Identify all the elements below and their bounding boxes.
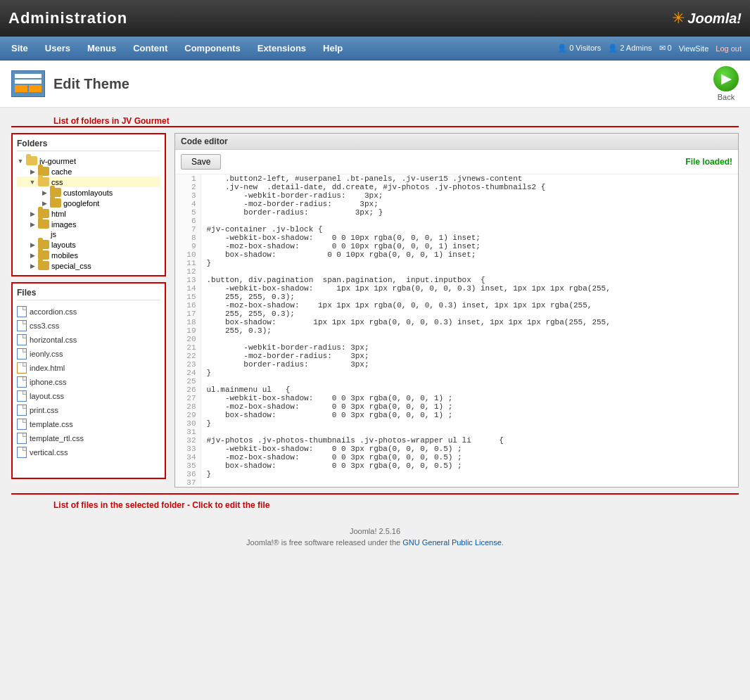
file-item[interactable]: index.html [17,361,160,375]
code-row: 8 -webkit-box-shadow: 0 0 10px rgba(0, 0… [175,234,738,242]
tree-label-images: images [51,220,76,229]
code-row: 12 [175,267,738,276]
files-panel: Files accordion.csscss3.csshorizontal.cs… [11,282,166,479]
logout-link[interactable]: Log out [716,44,742,53]
bottom-annotation-box: List of files in the selected folder - C… [11,493,739,510]
footer-license-link[interactable]: GNU General Public License [402,538,502,547]
toggle-googlefont[interactable]: ▶ [41,200,48,207]
css-file-icon [17,390,27,402]
nav-extensions[interactable]: Extensions [249,37,314,61]
file-label: vertical.css [30,448,68,457]
left-panel: Folders ▼ jv-gourmet ▶ cache ▼ [11,133,166,488]
line-number: 23 [175,360,201,369]
save-button[interactable]: Save [181,154,221,170]
file-item[interactable]: vertical.css [17,445,160,459]
file-item[interactable]: print.css [17,403,160,417]
back-button[interactable]: ▶ Back [713,66,739,101]
code-row: 20 [175,335,738,343]
toggle-customlayouts[interactable]: ▶ [41,189,48,196]
css-file-icon [17,405,27,416]
nav-menus[interactable]: Menus [79,37,125,61]
line-code: -webkit-box-shadow: 0 0 3px rgba(0, 0, 0… [201,394,738,402]
nav-components[interactable]: Components [176,37,248,61]
file-item[interactable]: horizontal.css [17,333,160,347]
file-item[interactable]: template_rtl.css [17,431,160,445]
editor-title: Code editor [175,134,738,150]
file-label: css3.css [30,322,59,330]
css-file-icon [17,376,27,388]
toggle-layouts[interactable]: ▶ [29,241,36,248]
tree-label-googlefont: googlefont [63,199,99,208]
line-code: box-shadow: 0 0 3px rgba(0, 0, 0, 0.5) ; [201,462,738,470]
file-label: template_rtl.css [30,434,84,443]
line-code: -moz-box-shadow: 1px 1px 1px rgba(0, 0, … [201,301,738,310]
file-item[interactable]: iphone.css [17,375,160,389]
line-number: 1 [175,174,201,183]
line-number: 18 [175,318,201,326]
page-icon-block1 [15,85,27,92]
tree-css[interactable]: ▼ css [17,177,160,187]
top-bar: Administration ✳ Joomla! [0,0,750,37]
footer: Joomla! 2.5.16 Joomla!® is free software… [0,518,750,555]
line-code [201,478,738,487]
line-number: 30 [175,419,201,428]
nav-site[interactable]: Site [3,37,37,61]
panels: Folders ▼ jv-gourmet ▶ cache ▼ [11,133,739,488]
tree-label-special-css: special_css [51,262,91,270]
toggle-images[interactable]: ▶ [29,221,36,228]
line-number: 5 [175,208,201,217]
nav-content[interactable]: Content [125,37,176,61]
page-icon [11,70,45,97]
file-item[interactable]: layout.css [17,389,160,403]
joomla-asterisk-icon: ✳ [672,9,685,27]
tree-label-cache: cache [51,167,72,176]
nav-help[interactable]: Help [314,37,351,61]
line-code [201,377,738,386]
file-item[interactable]: ieonly.css [17,347,160,361]
nav-users[interactable]: Users [37,37,79,61]
tree-images[interactable]: ▶ images [17,219,160,229]
code-row: 6 [175,217,738,225]
line-number: 3 [175,191,201,200]
line-number: 19 [175,326,201,335]
line-code: box-shadow: 1px 1px 1px rgba(0, 0, 0, 0.… [201,318,738,326]
line-number: 21 [175,343,201,352]
page-icon-blocks [15,85,42,92]
tree-special-css[interactable]: ▶ special_css [17,260,160,271]
bottom-annotation-label: List of files in the selected folder - C… [53,500,269,510]
code-row: 1 .button2-left, #userpanel .bt-panels, … [175,174,738,183]
file-item[interactable]: accordion.css [17,305,160,319]
toggle-cache[interactable]: ▶ [29,168,36,175]
toggle-special-css[interactable]: ▶ [29,262,36,269]
code-row: 11} [175,259,738,267]
top-annotation-line [11,126,739,127]
footer-license-text: Joomla!® is free software released under… [246,538,402,547]
code-content[interactable]: 1 .button2-left, #userpanel .bt-panels, … [175,174,738,487]
joomla-logo: ✳ Joomla! [672,9,742,27]
bottom-annotation-line [11,493,739,495]
main-content: List of folders in JV Gourmet Folders ▼ … [0,108,750,518]
folder-jv-gourmet-icon [26,156,37,165]
toggle-jv-gourmet[interactable]: ▼ [17,158,24,165]
footer-license-end: . [502,538,504,547]
tree-customlayouts[interactable]: ▶ customlayouts [17,187,160,198]
line-code: } [201,259,738,267]
tree-label-mobiles: mobiles [51,251,78,260]
page-header: Edit Theme ▶ Back [0,61,750,108]
file-item[interactable]: css3.css [17,319,160,333]
toggle-mobiles[interactable]: ▶ [29,252,36,259]
line-number: 14 [175,284,201,293]
view-site-link[interactable]: ViewSite [679,44,709,53]
line-code: .button2-left, #userpanel .bt-panels, .j… [201,174,738,183]
folders-panel: Folders ▼ jv-gourmet ▶ cache ▼ [11,133,166,276]
code-row: 21 -webkit-border-radius: 3px; [175,343,738,352]
code-row: 32#jv-photos .jv-photos-thumbnails .jv-p… [175,436,738,445]
file-item[interactable]: template.css [17,417,160,431]
toggle-html[interactable]: ▶ [29,210,36,217]
code-editor-panel: Code editor Save File loaded! 1 .button2… [174,133,739,488]
line-number: 36 [175,470,201,478]
toggle-css[interactable]: ▼ [29,179,36,186]
tree-label-jv-gourmet: jv-gourmet [39,157,76,165]
code-lines: 1 .button2-left, #userpanel .bt-panels, … [175,174,738,487]
css-file-icon [17,419,27,430]
